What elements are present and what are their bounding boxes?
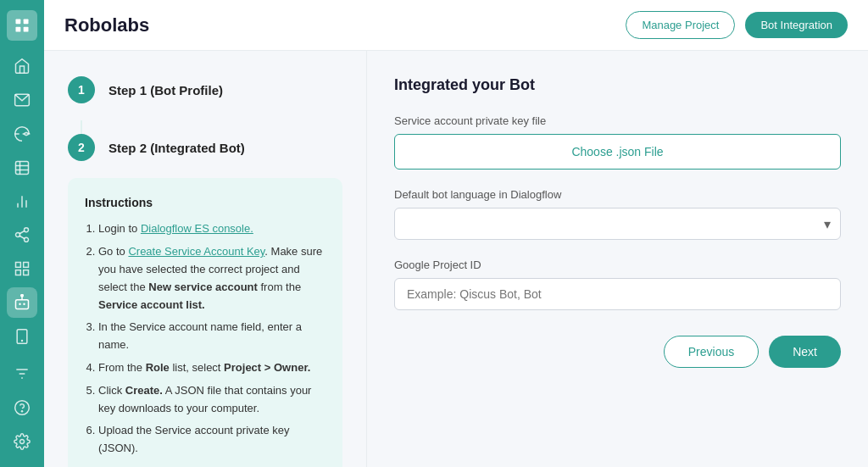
- main-content: Robolabs Manage Project Bot Integration …: [44, 0, 868, 467]
- step-2-circle: 2: [68, 134, 95, 161]
- next-button[interactable]: Next: [769, 336, 841, 368]
- svg-point-13: [16, 233, 20, 237]
- bot-language-group: Default bot language in Dialogflow ▾: [394, 188, 841, 240]
- instructions-step-3: In the Service account name field, enter…: [98, 319, 326, 354]
- svg-point-25: [21, 295, 24, 297]
- instructions-step-6: Upload the Service account private key (…: [98, 422, 326, 458]
- bot-integration-button[interactable]: Bot Integration: [745, 12, 848, 38]
- content-title: Integrated your Bot: [394, 76, 841, 94]
- content-panel: Integrated your Bot Service account priv…: [366, 51, 868, 467]
- instructions-title: Instructions: [85, 193, 326, 212]
- svg-rect-19: [16, 270, 21, 275]
- step-1-circle: 1: [68, 76, 95, 103]
- sidebar: [0, 0, 44, 467]
- svg-rect-5: [16, 161, 29, 174]
- manage-project-button[interactable]: Manage Project: [626, 11, 735, 39]
- step-connector-1: [81, 120, 82, 134]
- sidebar-item-mail[interactable]: [7, 85, 37, 115]
- instructions-step-5: Click Create. A JSON file that contains …: [98, 382, 326, 418]
- service-account-group: Service account private key file Choose …: [394, 114, 841, 170]
- step-2: 2 Step 2 (Integrated Bot): [68, 134, 342, 161]
- instructions-step-4: From the Role list, select Project > Own…: [98, 359, 326, 377]
- sidebar-item-mobile[interactable]: [7, 321, 37, 352]
- sidebar-item-help[interactable]: [7, 392, 37, 423]
- app-title: Robolabs: [64, 14, 149, 36]
- bot-language-wrapper: ▾: [394, 208, 841, 240]
- google-project-input[interactable]: [394, 278, 841, 310]
- bot-language-label: Default bot language in Dialogflow: [394, 188, 841, 201]
- svg-rect-3: [24, 27, 29, 32]
- svg-rect-20: [24, 270, 29, 275]
- body: 1 Step 1 (Bot Profile) 2 Step 2 (Integra…: [44, 51, 868, 467]
- form-actions: Previous Next: [394, 336, 841, 368]
- svg-rect-0: [16, 19, 21, 24]
- instructions-box: Instructions Login to Dialogflow ES cons…: [68, 178, 342, 467]
- svg-point-23: [23, 303, 25, 306]
- previous-button[interactable]: Previous: [664, 336, 759, 368]
- svg-line-16: [19, 231, 25, 234]
- google-project-label: Google Project ID: [394, 259, 841, 271]
- sidebar-item-analytics[interactable]: [7, 186, 37, 217]
- step-2-label: Step 2 (Integrated Bot): [108, 141, 245, 155]
- header-actions: Manage Project Bot Integration: [626, 11, 848, 39]
- svg-rect-21: [16, 300, 29, 309]
- instructions-list: Login to Dialogflow ES console. Go to Cr…: [85, 220, 326, 458]
- sidebar-item-grid[interactable]: [7, 253, 37, 284]
- header: Robolabs Manage Project Bot Integration: [44, 0, 868, 51]
- google-project-group: Google Project ID: [394, 259, 841, 310]
- svg-point-14: [25, 238, 29, 242]
- svg-rect-18: [24, 263, 29, 268]
- service-account-label: Service account private key file: [394, 114, 841, 127]
- svg-point-33: [20, 440, 25, 444]
- svg-rect-17: [16, 263, 21, 268]
- sidebar-item-campaigns[interactable]: [7, 119, 37, 149]
- step-1: 1 Step 1 (Bot Profile): [68, 76, 342, 103]
- svg-point-12: [25, 228, 29, 232]
- instructions-step-2: Go to Create Service Account Key. Make s…: [98, 243, 326, 314]
- svg-point-31: [15, 401, 30, 415]
- bot-language-select[interactable]: [394, 208, 841, 240]
- svg-rect-2: [16, 27, 21, 32]
- sidebar-item-settings[interactable]: [7, 426, 37, 457]
- sidebar-item-share[interactable]: [7, 220, 37, 251]
- step-1-label: Step 1 (Bot Profile): [108, 83, 223, 97]
- app-logo: [7, 10, 37, 41]
- sidebar-item-filter[interactable]: [7, 359, 37, 389]
- steps-panel: 1 Step 1 (Bot Profile) 2 Step 2 (Integra…: [44, 51, 366, 467]
- sidebar-item-table[interactable]: [7, 153, 37, 183]
- instructions-step-1: Login to Dialogflow ES console.: [98, 220, 326, 238]
- svg-line-15: [19, 236, 25, 239]
- create-service-link[interactable]: Create Service Account Key: [128, 245, 264, 258]
- sidebar-item-home[interactable]: [7, 51, 37, 81]
- sidebar-item-bot[interactable]: [7, 287, 37, 318]
- svg-rect-1: [24, 19, 29, 24]
- svg-point-22: [19, 303, 21, 306]
- dialogflow-link[interactable]: Dialogflow ES console.: [141, 222, 253, 235]
- choose-file-button[interactable]: Choose .json File: [394, 134, 841, 170]
